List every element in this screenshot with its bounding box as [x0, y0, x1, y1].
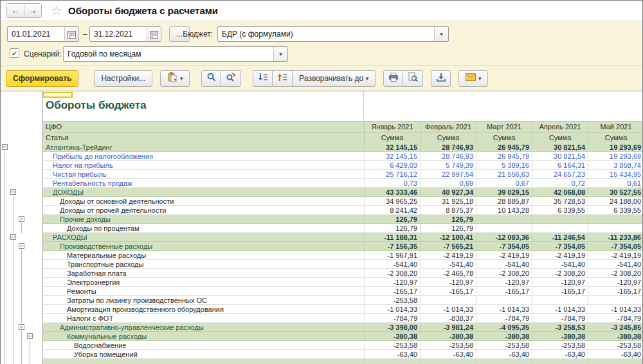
cell-value[interactable]: -63,40 — [532, 350, 588, 359]
mail-split-button[interactable]: ▾ — [458, 70, 488, 87]
cell-value[interactable]: -12 180,41 — [420, 233, 476, 242]
cell-value[interactable]: -1 014,33 — [364, 305, 420, 314]
copy-split-button[interactable]: ▾ — [160, 70, 190, 87]
cell-value[interactable]: -63,40 — [364, 350, 420, 359]
cell-value[interactable]: -541,40 — [364, 260, 420, 269]
date-to-value[interactable]: 31.12.2021 — [90, 27, 147, 41]
cell-value[interactable]: 10 143,28 — [476, 206, 532, 215]
row-label[interactable]: Транспортные расходы — [42, 260, 364, 269]
column-header-month[interactable]: Май 2021 — [588, 121, 642, 132]
row-label[interactable]: Чистая прибыль — [42, 170, 364, 179]
cell-value[interactable]: -1 967,91 — [364, 251, 420, 260]
cell-value[interactable]: -1 014,33 — [420, 305, 476, 314]
cell-value[interactable]: 30 821,54 — [532, 152, 588, 161]
cell-value[interactable]: 32 145,15 — [364, 143, 420, 152]
cell-value[interactable] — [532, 215, 588, 224]
print-button[interactable] — [383, 70, 403, 87]
row-label[interactable]: Административно-управленческие расходы — [42, 323, 364, 332]
cell-value[interactable]: 30 527,55 — [588, 188, 642, 197]
tree-expander[interactable] — [9, 188, 17, 197]
cell-value[interactable]: 25 716,12 — [364, 170, 420, 179]
collapse-minus-icon[interactable] — [10, 189, 16, 195]
cell-value[interactable]: 8 241,42 — [364, 206, 420, 215]
cell-value[interactable]: -784,79 — [364, 314, 420, 323]
row-label[interactable]: Доходы от прочей деятельности — [42, 206, 364, 215]
cell-value[interactable] — [420, 359, 476, 364]
cell-value[interactable]: -12 083,36 — [476, 233, 532, 242]
collapse-minus-icon[interactable] — [19, 243, 24, 249]
column-header-sum[interactable]: Сумма — [420, 132, 476, 143]
cell-value[interactable]: -120,97 — [588, 278, 642, 287]
cell-value[interactable]: 126,79 — [420, 215, 476, 224]
cell-value[interactable]: -120,97 — [476, 278, 532, 287]
budget-dropdown-icon[interactable]: ▾ — [434, 27, 448, 41]
row-label[interactable]: Доходы от основной деятельности — [42, 197, 364, 206]
cell-value[interactable]: 126,79 — [420, 224, 476, 233]
cell-value[interactable]: 28 746,93 — [420, 152, 476, 161]
row-label[interactable]: Водоснабжение — [42, 341, 364, 350]
cell-value[interactable] — [476, 359, 532, 364]
cell-value[interactable] — [588, 215, 642, 224]
cell-value[interactable]: -541,40 — [532, 260, 588, 269]
cell-value[interactable]: 8 875,37 — [420, 206, 476, 215]
cell-value[interactable] — [532, 296, 588, 305]
column-header-month[interactable]: Апрель 2021 — [532, 121, 588, 132]
cell-value[interactable]: 39 029,15 — [476, 188, 532, 197]
tree-expander[interactable] — [17, 323, 26, 332]
collapse-minus-icon[interactable] — [27, 333, 33, 339]
cell-value[interactable]: 126,79 — [364, 224, 420, 233]
row-label[interactable]: Прочие доходы — [42, 215, 364, 224]
column-header-sum[interactable]: Сумма — [588, 132, 642, 143]
cell-value[interactable]: -784,79 — [532, 314, 588, 323]
column-header-month[interactable]: Январь 2021 — [364, 121, 420, 132]
cell-value[interactable]: 15 434,95 — [588, 170, 642, 179]
row-label[interactable]: Рентабельность продаж — [42, 179, 364, 188]
cell-value[interactable]: -2 308,20 — [588, 269, 642, 278]
cell-value[interactable]: -3 258,53 — [532, 323, 588, 332]
cell-value[interactable]: -380,38 — [420, 332, 476, 341]
cell-value[interactable]: -165,17 — [364, 287, 420, 296]
cell-value[interactable] — [476, 296, 532, 305]
cell-value[interactable]: -63,40 — [476, 350, 532, 359]
cell-value[interactable]: -165,17 — [420, 287, 476, 296]
scenario-dropdown-icon[interactable]: ▾ — [273, 47, 287, 61]
row-label[interactable]: Налоги с ФОТ — [42, 314, 364, 323]
cell-value[interactable] — [588, 359, 642, 364]
print-preview-button[interactable] — [403, 70, 423, 87]
corner-header-cfo[interactable]: ЦФО — [42, 121, 364, 132]
cell-value[interactable]: -253,58 — [476, 341, 532, 350]
cell-value[interactable]: -541,40 — [420, 260, 476, 269]
cell-value[interactable]: 19 293,69 — [588, 152, 642, 161]
cell-value[interactable]: -1 014,33 — [588, 305, 642, 314]
cell-value[interactable] — [364, 359, 420, 364]
cell-value[interactable]: -3 245,85 — [588, 323, 642, 332]
expand-to-button[interactable]: Разворачивать до ▾ — [293, 70, 376, 87]
cell-value[interactable]: 28 746,93 — [420, 143, 476, 152]
cell-value[interactable]: -2 419,19 — [476, 251, 532, 260]
cell-value[interactable]: 26 945,79 — [476, 152, 532, 161]
calendar-icon[interactable] — [147, 27, 161, 41]
cell-value[interactable]: 0,67 — [476, 179, 532, 188]
row-label[interactable] — [42, 359, 364, 364]
cell-value[interactable]: -2 419,19 — [588, 251, 642, 260]
row-label[interactable]: Амортизация производственного оборудован… — [42, 305, 364, 314]
row-label[interactable]: Ремонты — [42, 287, 364, 296]
collapse-groups-button[interactable] — [273, 70, 293, 87]
tree-expander[interactable] — [26, 332, 34, 341]
budget-value[interactable]: БДР (с формулами) — [218, 27, 434, 41]
cell-value[interactable]: -7 565,21 — [420, 242, 476, 251]
cell-value[interactable]: -2 419,19 — [420, 251, 476, 260]
cell-value[interactable]: -7 354,05 — [532, 242, 588, 251]
cell-value[interactable]: -165,17 — [588, 287, 642, 296]
cell-value[interactable]: -2 419,19 — [532, 251, 588, 260]
cell-value[interactable]: -2 465,78 — [420, 269, 476, 278]
cell-value[interactable]: 21 556,63 — [476, 170, 532, 179]
row-label[interactable]: Заработная плата — [42, 269, 364, 278]
cell-value[interactable]: -541,40 — [476, 260, 532, 269]
cell-value[interactable]: 30 821,54 — [532, 143, 588, 152]
cell-value[interactable]: -165,17 — [532, 287, 588, 296]
cell-value[interactable]: -784,79 — [476, 314, 532, 323]
cell-value[interactable]: 26 945,79 — [476, 143, 532, 152]
row-label[interactable]: Атлантика-Трейдинг — [42, 143, 364, 152]
cell-value[interactable]: -838,37 — [420, 314, 476, 323]
